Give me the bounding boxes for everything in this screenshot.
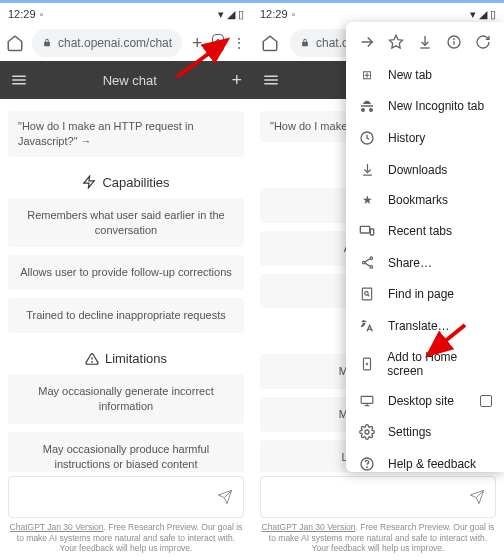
menu-recent-tabs[interactable]: Recent tabs — [346, 215, 504, 247]
svg-rect-17 — [370, 229, 373, 235]
forward-icon[interactable] — [357, 32, 377, 52]
chat-title: New chat — [28, 73, 231, 88]
download-icon[interactable] — [415, 32, 435, 52]
desktop-site-checkbox[interactable] — [480, 395, 492, 407]
star-icon: ★ — [358, 193, 376, 207]
devices-icon — [358, 223, 376, 239]
url-bar[interactable]: chat.openai.com/chat — [32, 29, 182, 57]
lock-icon — [42, 37, 52, 49]
svg-point-32 — [365, 430, 369, 434]
find-icon — [358, 286, 376, 302]
gear-icon — [358, 424, 376, 440]
warning-icon — [85, 352, 99, 366]
download-icon — [358, 162, 376, 177]
tab-switcher[interactable]: 1 — [212, 34, 223, 52]
refresh-icon[interactable] — [473, 32, 493, 52]
share-icon — [358, 255, 376, 270]
lock-icon — [300, 37, 310, 49]
status-time: 12:29 — [260, 8, 288, 20]
incognito-icon — [358, 98, 376, 114]
svg-line-22 — [365, 263, 370, 266]
limitation-item: May occasionally generate incorrect info… — [8, 374, 244, 424]
chrome-overflow-menu: ⊞New tab New Incognito tab History Downl… — [346, 22, 504, 472]
hamburger-icon[interactable] — [262, 71, 280, 89]
wifi-icon: ▾ — [470, 8, 476, 21]
home-icon[interactable] — [6, 31, 24, 55]
svg-point-5 — [92, 361, 93, 362]
page-content: "How do I make an HTTP request in Javasc… — [0, 99, 252, 472]
menu-desktop-site[interactable]: Desktop site — [346, 386, 504, 416]
new-chat-plus-icon[interactable]: + — [231, 70, 242, 91]
svg-point-34 — [367, 467, 368, 468]
menu-bookmarks[interactable]: ★Bookmarks — [346, 185, 504, 215]
status-bar: 12:29 ◦ ▾ ◢ ▯ — [0, 3, 252, 25]
help-icon — [358, 456, 376, 472]
battery-icon: ▯ — [490, 8, 496, 21]
menu-help[interactable]: Help & feedback — [346, 448, 504, 480]
capabilities-heading: Capabilities — [8, 175, 244, 190]
svg-line-21 — [365, 259, 370, 262]
svg-rect-29 — [361, 396, 373, 403]
svg-marker-9 — [389, 35, 402, 48]
plus-box-icon: ⊞ — [358, 68, 376, 82]
home-icon[interactable] — [258, 31, 282, 55]
menu-incognito[interactable]: New Incognito tab — [346, 90, 504, 122]
add-home-icon — [358, 356, 375, 372]
svg-point-20 — [370, 266, 373, 269]
capability-item: Remembers what user said earlier in the … — [8, 198, 244, 248]
translate-icon — [358, 318, 376, 334]
menu-translate[interactable]: Translate… — [346, 310, 504, 342]
signal-icon: ◢ — [227, 8, 235, 21]
svg-marker-3 — [84, 176, 95, 188]
chat-input-row — [260, 476, 496, 518]
kebab-menu-icon[interactable]: ⋮ — [232, 31, 246, 55]
info-icon[interactable] — [444, 32, 464, 52]
status-time: 12:29 — [8, 8, 36, 20]
capability-item: Trained to decline inappropriate request… — [8, 298, 244, 333]
menu-find-in-page[interactable]: Find in page — [346, 278, 504, 310]
footer-text: ChatGPT Jan 30 Version. Free Research Pr… — [252, 518, 504, 560]
url-text: chat.openai.com/chat — [58, 36, 172, 50]
menu-settings[interactable]: Settings — [346, 416, 504, 448]
wifi-icon: ▾ — [218, 8, 224, 21]
star-icon[interactable] — [386, 32, 406, 52]
chat-input[interactable] — [271, 490, 469, 504]
signal-icon: ◢ — [479, 8, 487, 21]
notification-icon: ◦ — [292, 8, 296, 20]
svg-rect-23 — [362, 288, 371, 300]
menu-add-to-home[interactable]: Add to Home screen — [346, 342, 504, 386]
battery-icon: ▯ — [238, 8, 244, 21]
chat-header: New chat + — [0, 61, 252, 99]
limitations-heading: Limitations — [8, 351, 244, 366]
svg-rect-16 — [360, 226, 369, 233]
capability-item: Allows user to provide follow-up correct… — [8, 255, 244, 290]
browser-toolbar: chat.openai.com/chat + 1 ⋮ — [0, 25, 252, 61]
screenshot-right: 12:29 ◦ ▾ ◢ ▯ chat.open "How do I make a — [252, 0, 504, 560]
desktop-icon — [358, 394, 376, 408]
hamburger-icon[interactable] — [10, 71, 28, 89]
chat-input[interactable] — [19, 490, 217, 504]
menu-downloads[interactable]: Downloads — [346, 154, 504, 185]
new-tab-plus-icon[interactable]: + — [190, 31, 204, 55]
screenshot-left: 12:29 ◦ ▾ ◢ ▯ chat.openai.com/chat + 1 ⋮… — [0, 0, 252, 560]
history-icon — [358, 130, 376, 146]
limitation-item: May occasionally produce harmful instruc… — [8, 432, 244, 472]
svg-line-25 — [368, 295, 370, 297]
example-prompt[interactable]: "How do I make an HTTP request in Javasc… — [8, 111, 244, 157]
menu-history[interactable]: History — [346, 122, 504, 154]
svg-point-18 — [370, 257, 373, 260]
svg-point-19 — [362, 261, 365, 264]
footer-text: ChatGPT Jan 30 Version. Free Research Pr… — [0, 518, 252, 560]
send-icon[interactable] — [217, 489, 233, 505]
svg-point-13 — [454, 39, 455, 40]
menu-new-tab[interactable]: ⊞New tab — [346, 60, 504, 90]
notification-icon: ◦ — [40, 8, 44, 20]
lightning-icon — [82, 175, 96, 189]
chat-input-row — [8, 476, 244, 518]
menu-share[interactable]: Share… — [346, 247, 504, 278]
send-icon[interactable] — [469, 489, 485, 505]
